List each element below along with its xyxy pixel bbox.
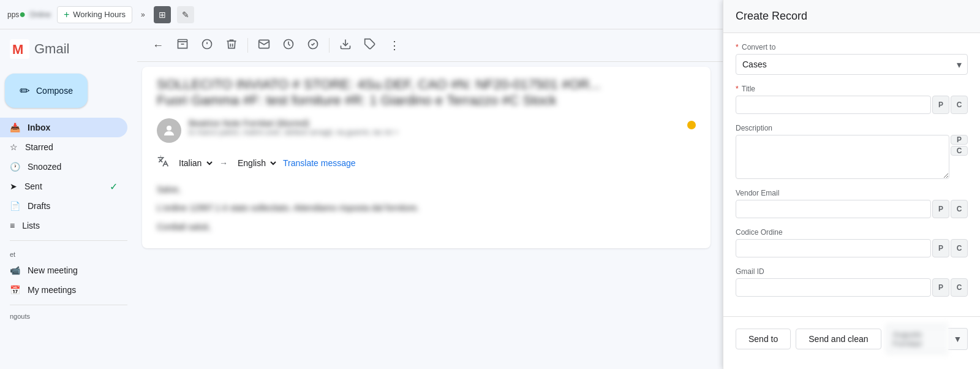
toolbar-separator-2 <box>329 38 330 53</box>
footer-chevron-button[interactable]: ▼ <box>948 328 968 350</box>
body-line-1: L'ordine 12997.1 è stato sollecitato. At… <box>157 201 696 215</box>
working-hours-button[interactable]: + Working Hours <box>57 6 132 23</box>
gmail-wordmark: Gmail <box>34 41 69 57</box>
convert-to-select-wrapper: Cases Contacts Leads Opportunities ▾ <box>736 54 968 75</box>
gmail-logo: M <box>10 39 29 59</box>
title-label-text: Title <box>742 85 755 93</box>
gmail-id-p-button[interactable]: P <box>932 278 949 297</box>
gmail-logo-area: M Gmail <box>0 34 137 69</box>
vendor-email-input[interactable] <box>736 200 931 218</box>
translate-message-link[interactable]: Translate message <box>283 158 356 168</box>
section-label: et <box>0 248 137 261</box>
back-icon: ← <box>153 39 164 52</box>
sidebar-item-drafts[interactable]: 📄 Drafts <box>0 196 127 216</box>
snooze-icon <box>282 38 295 53</box>
gmail-id-input-row: P C <box>736 278 968 297</box>
description-group: Description P C <box>736 124 968 179</box>
yellow-dot <box>687 121 696 129</box>
move-icon <box>339 38 352 53</box>
sidebar-item-inbox[interactable]: 📥 Inbox <box>0 118 127 137</box>
title-group: * Title P C <box>736 85 968 114</box>
translate-arrow-icon: → <box>219 158 228 168</box>
more-button[interactable]: ⋮ <box>383 34 405 56</box>
archive-button[interactable] <box>172 34 194 56</box>
convert-to-required-star: * <box>736 43 739 51</box>
grid-icon: ⊞ <box>159 10 166 20</box>
user-status: Online <box>29 10 51 19</box>
sent-check-icon: ✓ <box>110 181 118 192</box>
description-label: Description <box>736 124 968 132</box>
codice-ordine-p-button[interactable]: P <box>932 239 949 257</box>
send-clean-button[interactable]: Send and clean <box>796 329 881 349</box>
email-subject: SOLLECITO INVIATO # STORE: 4Su.DEF, CAO … <box>157 77 696 108</box>
title-p-button[interactable]: P <box>932 96 949 114</box>
back-button[interactable]: ← <box>147 34 169 56</box>
star-icon: ☆ <box>10 142 18 152</box>
label-button[interactable] <box>359 34 381 56</box>
svg-text:M: M <box>12 42 23 57</box>
description-btns: P C <box>951 135 968 156</box>
delete-button[interactable] <box>221 34 243 56</box>
codice-ordine-c-button[interactable]: C <box>951 239 968 257</box>
title-input[interactable] <box>736 96 931 114</box>
lists-label: Lists <box>22 221 118 230</box>
new-meeting-label: New meeting <box>28 265 118 275</box>
toolbar-separator-1 <box>247 38 248 53</box>
sender-info: Beatrice Note Fornitari (blurred) to mar… <box>189 118 680 137</box>
panel-footer: Send to Send and clean Augusto Fornitari… <box>723 316 980 361</box>
convert-to-select[interactable]: Cases Contacts Leads Opportunities <box>736 54 968 75</box>
gmail-id-input[interactable] <box>736 278 931 297</box>
sidebar-item-snoozed[interactable]: 🕐 Snoozed <box>0 157 127 177</box>
footer-dropdown: Augusto Fornitari ▼ <box>886 324 968 354</box>
extensions-toggle[interactable]: » <box>138 8 148 21</box>
description-c-button[interactable]: C <box>951 146 968 156</box>
working-hours-label: Working Hours <box>73 10 126 19</box>
translate-from-selector[interactable]: Italian <box>174 156 214 170</box>
sidebar-divider <box>10 240 127 241</box>
compose-plus-icon: ✏ <box>20 83 30 98</box>
compose-button[interactable]: ✏ Compose <box>5 74 88 108</box>
report-button[interactable] <box>196 34 218 56</box>
translate-to-selector[interactable]: English <box>233 156 278 170</box>
move-button[interactable] <box>334 34 356 56</box>
description-textarea[interactable] <box>736 135 949 179</box>
inbox-icon: 📥 <box>10 123 20 132</box>
working-hours-icon: + <box>64 9 69 20</box>
green-dot-icon: ● <box>19 8 26 21</box>
my-meetings-label: My meetings <box>28 285 118 295</box>
vendor-email-c-button[interactable]: C <box>951 200 968 218</box>
drafts-label: Drafts <box>28 201 118 211</box>
sidebar-item-sent[interactable]: ➤ Sent ✓ <box>0 177 127 196</box>
panel-header: Create Record <box>723 0 980 33</box>
translate-bar: Italian → English Translate message <box>157 150 696 175</box>
email-view: SOLLECITO INVIATO # STORE: 4Su.DEF, CAO … <box>142 67 710 248</box>
snoozed-label: Snoozed <box>28 162 118 172</box>
more-icon: ⋮ <box>389 39 400 52</box>
sidebar-item-starred[interactable]: ☆ Starred <box>0 137 127 157</box>
footer-chevron-icon: ▼ <box>954 334 962 344</box>
description-p-button[interactable]: P <box>951 135 968 145</box>
ext-icon-2[interactable]: ✎ <box>177 6 194 23</box>
title-c-button[interactable]: C <box>951 96 968 114</box>
send-to-button[interactable]: Send to <box>736 329 791 349</box>
sidebar-item-my-meetings[interactable]: 📅 My meetings <box>0 280 127 300</box>
mark-done-icon <box>307 38 319 53</box>
sender-to: to marco patrici, mahm.uner, stefano arn… <box>189 128 680 137</box>
subject-line-1: SOLLECITO INVIATO # STORE: 4Su.DEF, CAO … <box>157 77 601 92</box>
avatar <box>157 118 181 143</box>
compose-label: Compose <box>36 86 73 96</box>
mark-unread-button[interactable] <box>253 34 275 56</box>
snoozed-icon: 🕐 <box>10 162 20 172</box>
subject-line-2: Fuori Gamma #F: test forniture #R: 1 Gia… <box>157 93 557 108</box>
codice-ordine-input[interactable] <box>736 239 931 257</box>
apps-label: pps <box>7 10 19 19</box>
sidebar-item-new-meeting[interactable]: 📹 New meeting <box>0 261 127 280</box>
mark-done-button[interactable] <box>302 34 324 56</box>
snooze-button[interactable] <box>277 34 300 56</box>
ext-icon-1[interactable]: ⊞ <box>154 6 171 23</box>
sidebar: M Gmail ✏ Compose 📥 Inbox ☆ Starred 🕐 Sn… <box>0 29 137 369</box>
vendor-email-p-button[interactable]: P <box>932 200 949 218</box>
gmail-id-group: Gmail ID P C <box>736 267 968 297</box>
sidebar-item-lists[interactable]: ≡ Lists <box>0 216 127 235</box>
gmail-id-c-button[interactable]: C <box>951 278 968 297</box>
